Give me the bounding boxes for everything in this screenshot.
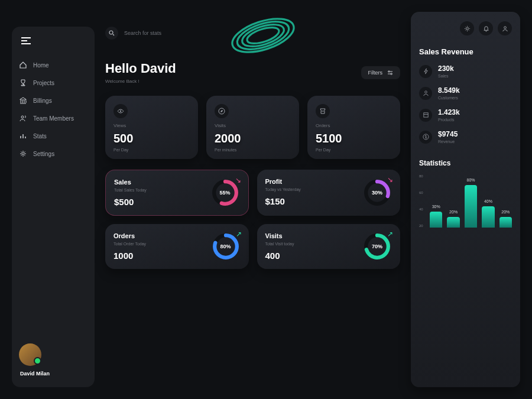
metric-card-profit[interactable]: ↘ Profit Today vs Yesterday $150 30% — [257, 170, 401, 216]
main-content: Search for stats Hello David Welcome Bac… — [95, 27, 411, 387]
compass-icon — [215, 104, 229, 118]
menu-toggle-icon[interactable] — [19, 37, 87, 44]
chart-bar: 20% — [447, 217, 459, 228]
filters-button[interactable]: Filters — [361, 66, 401, 79]
revenue-item-products: 1.423kProducts — [419, 108, 512, 122]
sidebar-item-billings[interactable]: Billings — [19, 96, 87, 105]
bar-value: 40% — [484, 199, 492, 203]
sidebar-label: Team Members — [33, 115, 74, 122]
stat-sub: Per Day — [316, 148, 392, 152]
stat-sub: Per minutes — [215, 148, 291, 152]
stat-value: 5100 — [316, 132, 392, 145]
welcome-text: Welcome Back ! — [105, 79, 176, 84]
statistics-title: Statistics — [419, 159, 512, 167]
box-icon — [419, 109, 432, 122]
chart-bar: 80% — [465, 185, 477, 228]
sliders-icon — [387, 70, 393, 76]
trophy-icon — [19, 79, 27, 87]
stat-card-visits[interactable]: Visits 2000 Per minutes — [206, 96, 299, 159]
revenue-item-customers: 8.549kCustomers — [419, 86, 512, 100]
sidebar-label: Projects — [33, 80, 54, 86]
ring-label: 30% — [364, 179, 391, 206]
stat-card-orders[interactable]: Orders 5100 Per Day — [307, 96, 400, 159]
metric-card-visits[interactable]: ↗ Visits Total Visit today 400 70% — [257, 224, 401, 269]
sidebar-label: Settings — [33, 151, 54, 157]
search-icon — [105, 27, 118, 40]
ring-label: 80% — [212, 233, 239, 260]
filters-label: Filters — [368, 70, 383, 76]
settings-icon[interactable] — [460, 21, 474, 35]
stat-value: 500 — [113, 132, 190, 145]
chart-y-labels: 80604020 — [419, 174, 423, 228]
revenue-value: 230k — [438, 64, 454, 73]
metric-grid: ↘ Sales Total Sales Today $500 55% ↘ Pro… — [105, 170, 400, 269]
svg-point-21 — [424, 91, 427, 93]
progress-ring: 80% — [212, 233, 239, 260]
svg-point-19 — [466, 27, 468, 30]
chart-bar: 30% — [430, 212, 442, 228]
sidebar-item-home[interactable]: Home — [19, 61, 87, 69]
search-placeholder: Search for stats — [124, 30, 161, 36]
ring-label: 70% — [364, 233, 391, 260]
stat-value: 2000 — [215, 132, 291, 145]
stat-label: Orders — [316, 123, 392, 128]
svg-point-1 — [22, 153, 24, 155]
svg-point-0 — [21, 116, 24, 118]
sidebar-item-stats[interactable]: Stats — [19, 132, 87, 140]
sidebar-item-settings[interactable]: Settings — [19, 150, 87, 158]
revenue-title: Sales Revenue — [419, 47, 512, 56]
stat-label: Visits — [215, 123, 291, 128]
user-icon — [419, 87, 432, 100]
ring-label: 55% — [212, 179, 239, 206]
bar-value: 30% — [432, 205, 440, 209]
dollar-icon — [419, 131, 432, 144]
revenue-value: 8.549k — [438, 86, 460, 95]
sidebar-label: Home — [33, 62, 49, 69]
revenue-item-revenue: $9745Revenue — [419, 130, 512, 144]
sidebar-item-projects[interactable]: Projects — [19, 79, 87, 87]
hero: Hello David Welcome Back ! Filters — [105, 61, 400, 84]
sidebar-label: Stats — [33, 133, 47, 140]
revenue-label: Revenue — [438, 140, 458, 144]
stat-card-views[interactable]: Views 500 Per Day — [105, 96, 198, 159]
revenue-label: Sales — [438, 74, 454, 78]
right-icon-row — [419, 21, 512, 35]
chart-bar: 20% — [499, 217, 512, 228]
bank-icon — [19, 96, 27, 105]
user-name: David Milan — [19, 371, 50, 377]
svg-point-6 — [109, 31, 113, 34]
sidebar-footer: David Milan — [19, 343, 87, 377]
svg-rect-22 — [423, 113, 427, 117]
revenue-label: Customers — [438, 96, 460, 100]
right-panel: Sales Revenue 230kSales8.549kCustomers1.… — [411, 12, 520, 387]
svg-point-9 — [120, 111, 121, 112]
revenue-label: Products — [438, 118, 460, 122]
nav-list: Home Projects Billings Team Members Stat… — [19, 61, 87, 158]
shop-icon — [316, 104, 330, 118]
metric-card-sales[interactable]: ↘ Sales Total Sales Today $500 55% — [105, 170, 249, 216]
progress-ring: 55% — [212, 179, 239, 206]
svg-point-7 — [388, 70, 390, 72]
chart-bar: 40% — [482, 206, 494, 228]
bar-value: 20% — [449, 210, 458, 214]
bell-icon[interactable] — [479, 21, 493, 35]
revenue-list: 230kSales8.549kCustomers1.423kProducts$9… — [419, 64, 512, 152]
stat-label: Views — [113, 123, 190, 128]
progress-ring: 30% — [364, 179, 391, 206]
greeting: Hello David — [105, 61, 176, 76]
user-icon[interactable] — [498, 21, 512, 35]
metric-card-orders[interactable]: ↗ Orders Total Order Today 1000 80% — [105, 224, 249, 269]
svg-point-8 — [391, 73, 392, 74]
progress-ring: 70% — [364, 233, 391, 260]
sidebar-label: Billings — [33, 98, 52, 104]
revenue-value: 1.423k — [438, 108, 460, 116]
stat-sub: Per Day — [113, 148, 190, 152]
sidebar-item-team[interactable]: Team Members — [19, 114, 87, 122]
stat-cards: Views 500 Per Day Visits 2000 Per minute… — [105, 96, 400, 159]
sidebar: Home Projects Billings Team Members Stat… — [12, 27, 95, 387]
stats-chart: 80604020 30%20%80%40%20% — [419, 174, 512, 228]
home-icon — [19, 61, 27, 69]
search-bar[interactable]: Search for stats — [105, 27, 400, 40]
avatar[interactable] — [19, 343, 41, 366]
eye-icon — [113, 104, 128, 118]
